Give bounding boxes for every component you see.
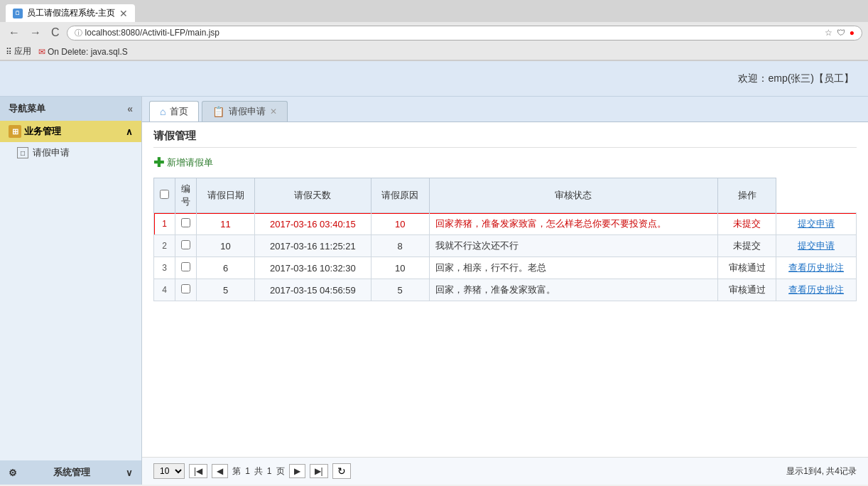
row-reason-cell-2: 回家，相亲，行不行。老总 [429,257,717,279]
tab-bar: 🗒 员工请假流程系统-主页 ✕ [0,0,868,22]
url-text: localhost:8080/Activiti-LFP/main.jsp [85,28,219,38]
first-page-button[interactable]: |◀ [189,464,207,478]
url-box[interactable]: ⓘ localhost:8080/Activiti-LFP/main.jsp ☆… [67,26,862,40]
data-table: 编号 请假日期 请假天数 请假原因 审核状态 操作 1 11 2017-03-1… [153,178,857,301]
sidebar-bottom-expand-icon[interactable]: ∨ [126,468,133,478]
page-size-select[interactable]: 10 20 50 [153,463,185,479]
main-content: ⌂ 首页 📋 请假申请 ✕ 请假管理 ✚ 新增请假单 [142,97,868,485]
total-pages-label: 共 [254,465,263,477]
add-leave-button[interactable]: ✚ 新增请假单 [153,155,213,171]
refresh-button[interactable]: ↻ [332,463,351,479]
page-title: 请假管理 [153,129,857,148]
tab-home[interactable]: ⌂ 首页 [149,101,199,122]
row-checkbox-3[interactable] [181,284,190,293]
row-status-cell-3: 审核通过 [718,279,776,301]
url-actions: ☆ 🛡 ● [825,28,855,38]
tab-leave-close[interactable]: ✕ [270,107,277,117]
table-row: 4 5 2017-03-15 04:56:59 5 回家，养猪，准备发家致富。 … [154,279,857,301]
mail-icon: ✉ [38,47,45,57]
sidebar: 导航菜单 « ⊞ 业务管理 ∧ □ 请假申请 ⚙ 系统管理 ∨ [0,97,142,485]
bookmarks-bar: ⠿ 应用 ✉ On Delete: java.sql.S [0,43,868,60]
row-id-cell-3: 5 [197,279,255,301]
tab-home-label: 首页 [170,105,188,118]
row-id-cell-1: 10 [197,235,255,257]
row-date-cell-3: 2017-03-15 04:56:59 [255,279,371,301]
row-action-cell-1: 提交申请 [776,235,857,257]
action-bar: ✚ 新增请假单 [153,155,857,171]
col-header-checkbox [154,178,175,213]
row-num-cell-1: 2 [154,235,175,257]
sidebar-section-icon: ⊞ 业务管理 [9,125,61,138]
table-row: 3 6 2017-03-16 10:32:30 10 回家，相亲，行不行。老总 … [154,257,857,279]
bookmark-apps[interactable]: ⠿ 应用 [6,45,31,58]
row-checkbox-cell-1 [175,235,197,257]
sidebar-item-leave-label: 请假申请 [33,146,70,159]
row-checkbox-2[interactable] [181,262,190,271]
add-icon: ✚ [153,155,164,171]
sidebar-section-expand-icon[interactable]: ∧ [126,126,133,137]
next-page-button[interactable]: ▶ [289,464,305,478]
content-area: 请假管理 ✚ 新增请假单 编号 请假日期 请假天数 请假原因 [142,122,868,457]
action-link-2[interactable]: 查看历史批注 [788,262,844,273]
row-action-cell-0: 提交申请 [776,213,857,235]
pages-suffix: 页 [276,465,285,477]
browser-tab-close[interactable]: ✕ [119,8,128,19]
last-page-button[interactable]: ▶| [310,464,328,478]
home-tab-icon: ⌂ [160,106,166,117]
sidebar-collapse-button[interactable]: « [127,103,133,114]
col-header-status: 审核状态 [429,178,717,213]
bookmark-java[interactable]: ✉ On Delete: java.sql.S [38,45,128,58]
table-row: 2 10 2017-03-16 11:25:21 8 我就不行这次还不行 未提交… [154,235,857,257]
tab-leave-label: 请假申请 [229,105,266,118]
prev-page-button[interactable]: ◀ [212,464,228,478]
sidebar-bottom-system[interactable]: ⚙ 系统管理 ∨ [0,460,141,485]
row-status-cell-1: 未提交 [718,235,776,257]
shield-icon: 🛡 [837,28,845,38]
tab-leave-apply[interactable]: 📋 请假申请 ✕ [202,101,288,122]
row-status-cell-0: 未提交 [718,213,776,235]
row-reason-cell-3: 回家，养猪，准备发家致富。 [429,279,717,301]
sidebar-bottom-icon: ⚙ [9,468,17,478]
row-days-cell-2: 10 [371,257,429,279]
pagination: 10 20 50 |◀ ◀ 第 1 共 1 页 ▶ ▶| ↻ 显示1到4, 共4… [142,457,868,485]
row-action-cell-2: 查看历史批注 [776,257,857,279]
back-button[interactable]: ← [6,25,23,40]
row-checkbox-cell-0 [175,213,197,235]
sidebar-section-business-label: 业务管理 [24,125,61,138]
browser-tab[interactable]: 🗒 员工请假流程系统-主页 ✕ [6,4,135,22]
col-header-id: 编号 [175,178,197,213]
address-bar: ← → C ⓘ localhost:8080/Activiti-LFP/main… [0,22,868,43]
select-all-checkbox[interactable] [160,190,169,199]
reload-button[interactable]: C [48,25,63,40]
row-days-cell-1: 8 [371,235,429,257]
menu-icon[interactable]: ● [850,28,855,38]
sidebar-section-business[interactable]: ⊞ 业务管理 ∧ [0,121,141,142]
action-link-1[interactable]: 提交申请 [798,240,835,251]
apps-icon: ⠿ [6,47,12,57]
leave-item-icon: □ [17,147,28,158]
leave-tab-icon: 📋 [212,106,224,117]
table-row: 1 11 2017-03-16 03:40:15 10 回家养猪，准备发家致富，… [154,213,857,235]
sidebar-item-leave[interactable]: □ 请假申请 [0,142,141,163]
row-days-cell-3: 5 [371,279,429,301]
row-days-cell-0: 10 [371,213,429,235]
row-reason-cell-1: 我就不行这次还不行 [429,235,717,257]
bookmark-java-label: On Delete: java.sql.S [48,47,128,57]
forward-button[interactable]: → [27,25,44,40]
row-checkbox-1[interactable] [181,240,190,249]
action-link-3[interactable]: 查看历史批注 [788,284,844,295]
app-header: 欢迎：emp(张三)【员工】 [0,61,868,97]
row-checkbox-cell-3 [175,279,197,301]
action-link-0[interactable]: 提交申请 [798,218,835,229]
row-reason-cell-0: 回家养猪，准备发家致富，怎么样老总你要不要投资点。 [429,213,717,235]
row-checkbox-0[interactable] [181,218,190,227]
col-header-date: 请假日期 [197,178,255,213]
page-label: 第 [232,465,241,477]
row-id-cell-0: 11 [197,213,255,235]
row-id-cell-2: 6 [197,257,255,279]
total-pages: 1 [267,466,272,476]
row-num-cell-3: 4 [154,279,175,301]
favicon-icon: 🗒 [13,9,23,18]
col-header-days: 请假天数 [255,178,371,213]
bookmark-star-icon[interactable]: ☆ [825,28,832,38]
